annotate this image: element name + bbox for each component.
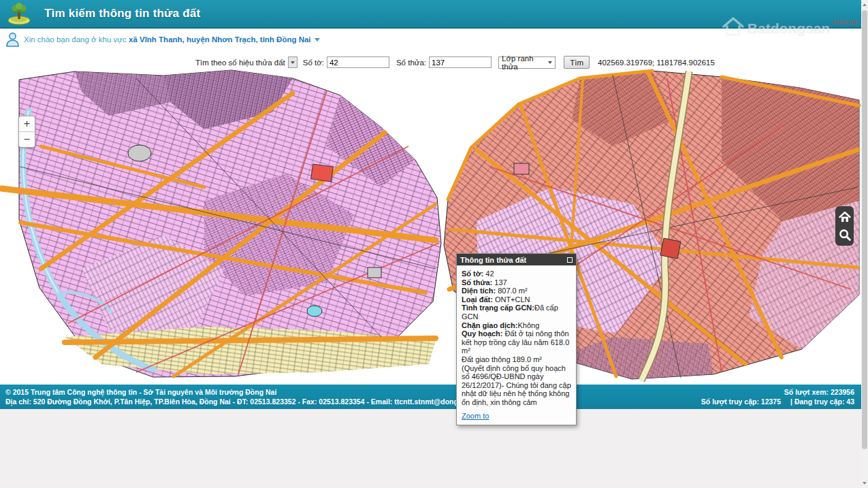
layer-select[interactable]: Lớp ranh thửa [498,56,556,69]
field-land-type: Loại đất: ONT+CLN [462,295,571,304]
maximize-icon[interactable] [567,257,573,263]
dongnai-tree-logo-icon [6,2,32,25]
view-count: Số lượt xem: 223956 [701,387,854,397]
parcel-number-label: Số thửa: [396,59,426,67]
footer-copyright: © 2015 Trung tâm Công nghệ thông tin - S… [5,387,493,397]
field-transaction-block: Chặn giao dịch:Không [462,321,571,330]
footer-right: Số lượt xem: 223956 Số lượt truy cập: 12… [701,387,854,406]
zoom-to-link[interactable]: Zoom to [462,412,489,421]
search-toolbar: Tìm theo số hiệu thửa đất Số tờ: Số thửa… [195,56,715,69]
vertical-scrollbar[interactable] [861,0,868,488]
online-count: | Đang truy cập: 43 [790,397,854,406]
chevron-down-icon [548,61,552,64]
map-zoom-control: + − [18,116,35,148]
greeting-text: Xin chào bạn đang ở khu vực [24,35,129,44]
footer-left: © 2015 Trung tâm Công nghệ thông tin - S… [5,387,493,406]
page: Tìm kiếm thông tin thửa đất Batdongsan .… [0,0,868,488]
field-area: Diện tích: 807.0 m² [462,287,571,295]
footer-address: Địa chỉ: 520 Đường Đồng Khởi, P.Tân Hiệp… [5,397,493,406]
popup-title: Thông tin thửa đất [460,256,526,264]
visit-count: Số lượt truy cập: 12375 [701,397,781,406]
parcel-info-popup: Thông tin thửa đất Số tờ: 42 Số thửa: 13… [456,253,577,425]
app-header: Tìm kiếm thông tin thửa đất [0,0,861,29]
map-canvas[interactable] [0,65,861,385]
chevron-down-icon [291,61,295,64]
scroll-up-arrow-icon[interactable] [861,0,868,10]
find-button[interactable]: Tìm [564,56,590,69]
field-planning: Quy hoạch: Đất ở tại nông thôn kết hợp t… [462,329,571,355]
planning-extra-line: Đất giao thông 189.0 m² [462,355,571,364]
page-background [0,409,861,488]
popup-titlebar[interactable]: Thông tin thửa đất [457,254,576,265]
search-mode-select[interactable] [288,56,298,68]
map-side-toolbar [835,206,854,246]
user-icon [5,32,20,47]
popup-body: Số tờ: 42 Số thửa: 137 Diện tích: 807.0 … [457,265,576,425]
parcel-number-input[interactable] [429,56,492,68]
field-sheet-number: Số tờ: 42 [462,270,571,278]
field-parcel-number: Số thửa: 137 [462,278,571,287]
region-selector[interactable]: xã Vĩnh Thanh, huyện Nhơn Trạch, tỉnh Đồ… [129,35,311,44]
field-certificate-status: Tình trạng cấp GCN:Đã cấp GCN [462,304,571,321]
sheet-number-label: Số tờ: [303,59,324,67]
zoom-out-button[interactable]: − [19,132,35,147]
page-title: Tìm kiếm thông tin thửa đất [44,7,200,20]
zoom-in-button[interactable]: + [19,116,35,131]
home-icon[interactable] [838,210,852,224]
planning-note: (Quyết định công bố quy hoạch số 4696/QĐ… [462,364,571,407]
cursor-coordinates: 402569.319769; 1181784.902615 [598,59,715,67]
sheet-number-input[interactable] [327,56,389,68]
footer: © 2015 Trung tâm Công nghệ thông tin - S… [0,385,861,409]
greeting-bar: Xin chào bạn đang ở khu vực xã Vĩnh Than… [0,30,861,49]
scroll-down-arrow-icon[interactable] [861,478,868,488]
search-mode-label: Tìm theo số hiệu thửa đất [195,59,285,67]
layer-select-value: Lớp ranh thửa [502,54,548,71]
chevron-down-icon[interactable] [315,38,320,42]
scrollbar-thumb[interactable] [862,10,867,449]
cadastral-map[interactable]: + − Thông tin thửa đất Số tờ: 42 [0,65,861,385]
search-icon[interactable] [838,228,852,242]
